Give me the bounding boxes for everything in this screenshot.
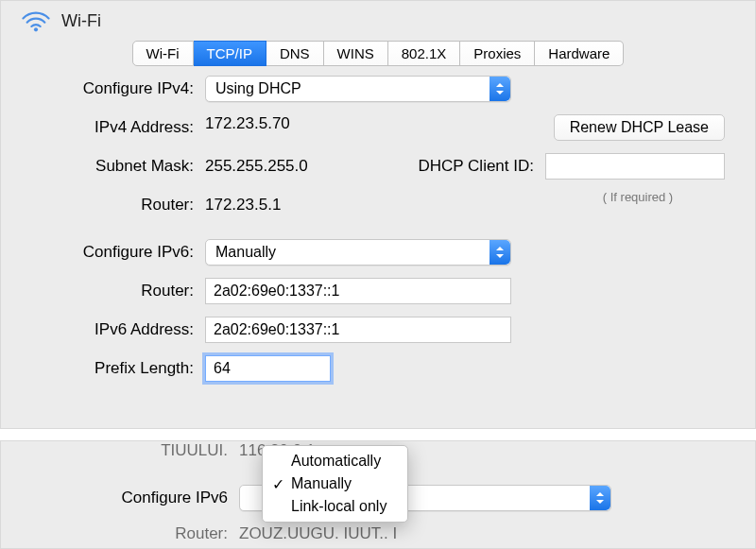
network-wifi-panel-crop: TIUULUI. 116.20.0.1 Configure IPv6 Route… xyxy=(0,440,756,549)
svg-point-0 xyxy=(34,27,38,31)
label-router-v6: Router: xyxy=(29,282,205,300)
panel-header: Wi-Fi xyxy=(1,1,755,39)
tab-8021x[interactable]: 802.1X xyxy=(388,41,461,66)
label-configure-ipv6: Configure IPv6: xyxy=(29,243,205,262)
label-ipv6-address: IPv6 Address: xyxy=(29,320,205,339)
checkmark-icon: ✓ xyxy=(272,475,284,493)
router-v4-value: 172.23.5.1 xyxy=(205,196,281,214)
configure-ipv6-select[interactable]: Manually xyxy=(205,239,511,266)
configure-ipv6-value: Manually xyxy=(206,244,490,261)
label-prefix-length: Prefix Length: xyxy=(29,359,205,378)
crop-router-label: TIUULUI. xyxy=(1,441,239,460)
crop-configure-ipv6-label: Configure IPv6 xyxy=(1,489,239,507)
dropdown-option-automatically[interactable]: Automatically xyxy=(263,450,407,472)
tab-wifi[interactable]: Wi-Fi xyxy=(132,41,194,66)
ipv6-mode-dropdown[interactable]: Automatically ✓ Manually Link-local only xyxy=(262,445,408,523)
label-configure-ipv4: Configure IPv4: xyxy=(29,79,205,98)
renew-dhcp-button[interactable]: Renew DHCP Lease xyxy=(554,114,725,141)
configure-ipv4-value: Using DHCP xyxy=(206,80,490,97)
label-ipv4-address: IPv4 Address: xyxy=(29,118,205,137)
configure-ipv4-select[interactable]: Using DHCP xyxy=(205,76,511,102)
dropdown-option-manually[interactable]: ✓ Manually xyxy=(263,472,407,495)
crop-router2-value: ZOUZ.UUGU. IUUT.. I xyxy=(239,524,397,543)
label-dhcp-client-id: DHCP Client ID: xyxy=(419,157,546,176)
ipv6-address-input[interactable] xyxy=(205,317,511,343)
tab-proxies[interactable]: Proxies xyxy=(460,41,535,66)
settings-tabbar: Wi-Fi TCP/IP DNS WINS 802.1X Proxies Har… xyxy=(1,39,755,76)
chevron-updown-icon xyxy=(490,77,510,101)
dhcp-client-id-hint: ( If required ) xyxy=(545,190,730,204)
subnet-mask-value: 255.255.255.0 xyxy=(205,157,308,176)
chevron-updown-icon xyxy=(490,240,510,265)
network-wifi-panel: Wi-Fi Wi-Fi TCP/IP DNS WINS 802.1X Proxi… xyxy=(0,0,756,429)
ipv4-address-value: 172.23.5.70 xyxy=(205,114,290,133)
tab-tcpip[interactable]: TCP/IP xyxy=(194,41,266,66)
label-router-v4: Router: xyxy=(29,196,205,214)
label-subnet-mask: Subnet Mask: xyxy=(29,157,205,176)
dhcp-client-id-input[interactable] xyxy=(545,153,725,180)
wifi-icon xyxy=(20,9,52,33)
crop-router2-label: Router: xyxy=(1,524,239,543)
tab-dns[interactable]: DNS xyxy=(266,41,324,66)
chevron-updown-icon xyxy=(590,486,610,510)
panel-title: Wi-Fi xyxy=(61,11,101,31)
prefix-length-input[interactable] xyxy=(205,355,331,382)
tcpip-form: Configure IPv4: Using DHCP IPv4 Address:… xyxy=(1,76,755,403)
router-v6-input[interactable] xyxy=(205,278,511,304)
dropdown-option-linklocal[interactable]: Link-local only xyxy=(263,495,407,518)
tab-hardware[interactable]: Hardware xyxy=(535,41,624,66)
tab-wins[interactable]: WINS xyxy=(324,41,388,66)
